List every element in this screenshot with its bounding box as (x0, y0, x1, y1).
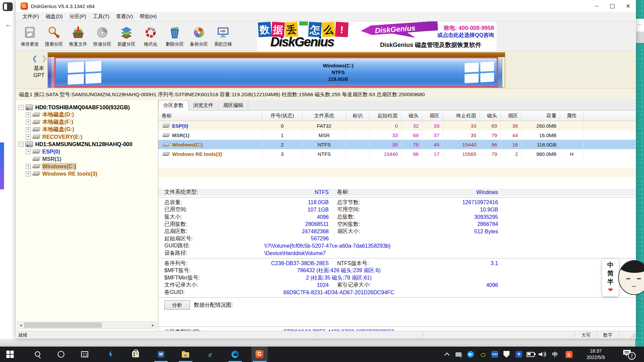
msr-partition-block[interactable] (51, 57, 54, 87)
table-row[interactable]: Windows RE tools(3)3NTFS1544096171556579… (158, 149, 636, 159)
collapse-icon[interactable]: − (18, 142, 23, 147)
start-button[interactable] (2, 347, 18, 362)
sogou-tray-icon[interactable]: S (563, 347, 575, 362)
scrollbar-thumb[interactable] (24, 322, 102, 328)
nvidia-tray-icon[interactable] (477, 347, 488, 362)
maximize-button[interactable] (604, 0, 620, 12)
column-header-ec[interactable]: 终止柱面 (443, 111, 480, 121)
intel-graphics-tray-icon[interactable]: intel (489, 347, 500, 362)
security-alert-tray-icon[interactable]: ✕ (501, 347, 512, 362)
ime-mode-toggle[interactable]: 半 (607, 278, 614, 286)
tree-item-partition[interactable]: +本地磁盘(G:) (16, 126, 158, 133)
expand-icon[interactable]: + (26, 127, 31, 132)
tree-item-partition[interactable]: +本地磁盘(F:) (16, 118, 158, 126)
column-header-sh[interactable]: 磁头 (401, 111, 422, 121)
toolbar-button-6[interactable]: 格式化 (139, 21, 163, 51)
tree-item-partition[interactable]: +Windows(C:) (16, 163, 158, 170)
menu-item-0[interactable]: 文件(F) (19, 13, 42, 20)
column-header-es[interactable]: 扇区 (501, 111, 522, 121)
explorer-app-button[interactable] (177, 347, 194, 362)
diskgenius-app-button[interactable]: G (252, 347, 268, 362)
table-row[interactable]: Windows(C:)2NTFS357945154409616118.0GB (158, 140, 636, 149)
toolbar-button-3[interactable]: 恢复文件 (66, 21, 90, 51)
cortana-button[interactable] (53, 347, 69, 362)
expand-icon[interactable]: + (26, 112, 31, 117)
close-button[interactable]: ✕ (620, 0, 636, 12)
title-bar[interactable]: G DiskGenius V5.4.3.1342 x64 ✕ (16, 0, 636, 12)
expand-icon[interactable]: + (26, 120, 31, 125)
background-app-icon[interactable] (3, 2, 13, 11)
tree-item-partition[interactable]: MSR(1) (16, 155, 158, 163)
tree-item-partition[interactable]: +ESP(0) (16, 148, 158, 155)
tree-item-partition[interactable]: +Windows RE tools(3) (16, 170, 158, 177)
expand-icon[interactable]: + (26, 134, 31, 139)
printer-status-icon[interactable]: ✓ (453, 347, 464, 362)
column-header-flag[interactable]: 标识 (346, 111, 370, 121)
toolbar-button-5[interactable]: 新建分区 (114, 21, 139, 51)
toolbar-button-1[interactable]: 保存更改 (18, 21, 42, 51)
antivirus-tray-icon[interactable]: ❄ (513, 347, 525, 362)
column-header-attr[interactable]: 属性 (560, 111, 584, 121)
resize-grip[interactable] (631, 333, 635, 338)
flash-app-button[interactable] (103, 347, 119, 362)
esp-partition-block[interactable] (48, 57, 51, 87)
volume-tray-icon[interactable] (537, 347, 548, 362)
tab-browse-files[interactable]: 浏览文件 (189, 100, 218, 110)
messenger-tray-icon[interactable] (465, 347, 476, 362)
ad-qq-link[interactable]: 或点击此处选择QQ咨询 (437, 32, 494, 39)
tree-horizontal-scrollbar[interactable]: ◂ ▸ (17, 321, 157, 329)
task-view-button[interactable] (76, 347, 93, 362)
analyze-button[interactable]: 分析 (164, 300, 190, 310)
toolbar-button-4[interactable]: 快速分区 (90, 21, 114, 51)
ad-banner[interactable]: 数据丢怎么! DiskGenius DiskGenius 致电: 400-008… (257, 21, 497, 51)
sogou-skin-avatar[interactable] (618, 260, 644, 295)
column-header-cap[interactable]: 容量 (522, 111, 560, 121)
menu-item-1[interactable]: 磁盘(D) (42, 13, 66, 20)
minimize-button[interactable] (589, 0, 604, 12)
column-header-ss[interactable]: 扇区 (422, 111, 443, 121)
tree-item-disk[interactable]: −HD0:TOSHIBAMQ04ABF100(932GB) (16, 104, 158, 111)
menu-item-5[interactable]: 帮助(H) (136, 13, 160, 20)
back-arrow-icon[interactable]: ← (5, 20, 12, 29)
power-tray-icon[interactable] (525, 347, 536, 362)
toolbar-button-2[interactable]: 搜索分区 (42, 21, 66, 51)
next-disk-arrow-icon[interactable]: ❯ (41, 55, 47, 62)
prev-disk-arrow-icon[interactable]: ❮ (32, 55, 38, 62)
background-window-more-icon[interactable]: ⋯ (635, 19, 644, 32)
windows-c-partition-block[interactable]: Windows(C:) NTFS 118.0GB (54, 57, 498, 87)
tree-item-disk[interactable]: −HD1:SAMSUNGMZNLN128HAHQ-000 (16, 140, 158, 148)
edge-browser-button[interactable] (227, 347, 243, 362)
scroll-right-arrow-icon[interactable]: ▸ (150, 322, 156, 328)
menu-item-3[interactable]: 工具(T) (90, 13, 113, 20)
table-row[interactable]: MSR(1)1MSR33693735794416.0MB (158, 130, 636, 140)
toolbar-button-7[interactable]: 删除分区 (163, 21, 187, 51)
tree-item-partition[interactable]: +RECOVERY(E:) (16, 133, 158, 140)
word-app-button[interactable]: W (153, 347, 169, 362)
expand-icon[interactable]: + (26, 149, 31, 154)
ime-language-icon[interactable]: 中 (549, 347, 561, 362)
expand-icon[interactable]: + (26, 171, 31, 176)
search-button[interactable] (30, 347, 46, 362)
column-header-volume[interactable]: 卷标 (158, 111, 262, 121)
action-center-button[interactable]: 2 (621, 349, 637, 359)
taskbar-clock[interactable]: 18:37 2022/5/9 (579, 348, 612, 361)
recovery-partition-block[interactable] (498, 57, 502, 87)
ie-browser-button[interactable]: e (202, 347, 218, 362)
column-header-fs[interactable]: 文件系统 (303, 111, 346, 121)
store-app-button[interactable] (127, 347, 144, 362)
menu-item-2[interactable]: 分区(P) (66, 13, 90, 20)
tree-item-partition[interactable]: +本地磁盘(D:) (16, 111, 158, 118)
table-row[interactable]: ESP(0)0FAT3203233336936260.0MB (158, 121, 636, 130)
column-header-sc[interactable]: 起始柱面 (370, 111, 401, 121)
ime-mode-toggle[interactable]: 简 (607, 269, 614, 278)
tab-sector-edit[interactable]: 扇区编辑 (218, 100, 248, 110)
ime-mode-toggle[interactable]: 中 (607, 261, 614, 269)
scroll-left-arrow-icon[interactable]: ◂ (17, 322, 24, 328)
menu-item-4[interactable]: 查看(V) (113, 13, 136, 20)
column-header-eh[interactable]: 磁头 (480, 111, 501, 121)
toolbar-button-9[interactable]: 系统迁移 (211, 21, 235, 51)
tab-partition-params[interactable]: 分区参数 (158, 100, 189, 111)
collapse-icon[interactable]: − (18, 105, 23, 110)
toolbar-button-8[interactable]: 备份分区 (187, 21, 211, 51)
tray-expand-icon[interactable] (441, 347, 452, 362)
